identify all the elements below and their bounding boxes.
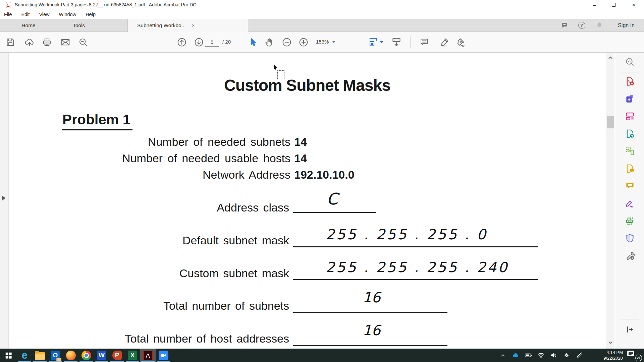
tray-onedrive[interactable] xyxy=(509,349,522,362)
page-up-icon xyxy=(176,37,187,48)
taskbar-word[interactable]: W xyxy=(94,349,109,362)
menu-help[interactable]: Help xyxy=(86,12,96,17)
given-label: Network Address xyxy=(203,168,290,181)
pdf-file-icon xyxy=(6,2,11,8)
menu-window[interactable]: Window xyxy=(59,12,76,17)
answer-label: Total number of subnets xyxy=(163,299,289,312)
page-fit-button[interactable] xyxy=(366,35,385,49)
print-production-icon xyxy=(625,216,635,226)
upload-cloud-button[interactable] xyxy=(22,35,37,49)
expand-left-panel-icon[interactable] xyxy=(2,196,5,200)
minimize-icon: – xyxy=(593,2,596,8)
taskbar-acrobat-active[interactable] xyxy=(140,349,156,362)
edge-icon: e xyxy=(21,351,27,360)
tab-home[interactable]: Home xyxy=(3,19,54,32)
review-tool[interactable] xyxy=(625,163,635,174)
zoom-in-button[interactable] xyxy=(297,35,311,49)
panel-divider xyxy=(621,319,639,319)
menu-file[interactable]: File xyxy=(4,12,12,17)
zoom-in-icon xyxy=(298,37,309,48)
handwritten-answer: C xyxy=(327,189,338,208)
taskbar-clock[interactable]: 4:14 PM 9/22/2020 xyxy=(591,350,623,361)
close-button[interactable]: × xyxy=(625,0,642,10)
taskbar-powerpoint[interactable]: P xyxy=(109,349,125,362)
taskbar-outlook[interactable]: O xyxy=(48,349,63,362)
comment-tool-button[interactable] xyxy=(417,35,431,49)
tray-overflow-button[interactable] xyxy=(496,349,509,362)
panel-divider xyxy=(621,72,639,72)
hand-tool-button[interactable] xyxy=(262,35,276,49)
maximize-button[interactable] xyxy=(605,0,622,10)
page-total-label: / 20 xyxy=(222,39,231,45)
scroll-up-button[interactable] xyxy=(606,53,615,62)
fill-sign-button[interactable] xyxy=(453,35,467,49)
handwritten-answer: 255 . 255 . 255 . 240 xyxy=(326,259,509,276)
highlighter-icon xyxy=(439,37,450,48)
sign-in-button[interactable]: Sign In xyxy=(618,22,635,28)
zoom-out-button[interactable] xyxy=(280,35,294,49)
taskbar-edge[interactable]: e xyxy=(17,349,32,362)
feedback-button[interactable] xyxy=(557,21,573,29)
action-center-button[interactable]: 21 xyxy=(627,350,642,361)
export-pdf-tool[interactable] xyxy=(625,94,635,104)
email-button[interactable] xyxy=(58,35,72,49)
comment-tool[interactable] xyxy=(625,181,635,191)
search-zoom-tool[interactable] xyxy=(625,57,635,67)
search-button[interactable] xyxy=(76,35,90,49)
organize-pages-tool[interactable] xyxy=(625,111,635,122)
protect-tool[interactable] xyxy=(625,233,635,244)
highlight-tool-button[interactable] xyxy=(437,35,451,49)
firefox-icon xyxy=(66,351,76,360)
scrollbar-thumb[interactable] xyxy=(607,116,614,128)
more-tools[interactable] xyxy=(625,250,635,261)
help-button[interactable]: ? xyxy=(573,22,590,29)
select-arrow-icon xyxy=(249,38,258,47)
close-icon: × xyxy=(632,1,635,9)
menu-edit[interactable]: Edit xyxy=(21,12,30,17)
print-button[interactable] xyxy=(40,35,54,49)
search-icon xyxy=(78,37,88,47)
expand-panel-icon xyxy=(626,325,634,334)
print-production-tool[interactable] xyxy=(625,216,635,226)
acrobat-icon xyxy=(143,351,153,360)
notifications-button[interactable] xyxy=(590,21,608,29)
create-pdf-icon xyxy=(625,76,635,86)
page-number-input[interactable] xyxy=(205,38,219,47)
speaker-icon xyxy=(550,351,558,359)
taskbar-zoom[interactable] xyxy=(156,349,171,362)
taskbar-firefox[interactable] xyxy=(63,349,78,362)
fill-sign-tool[interactable] xyxy=(625,198,635,209)
crop-pages-icon xyxy=(625,146,635,156)
tab-tools[interactable]: Tools xyxy=(57,19,101,32)
page-display-button[interactable] xyxy=(389,35,404,49)
tray-windows-ink[interactable] xyxy=(573,349,586,362)
previous-page-button[interactable] xyxy=(175,35,189,49)
minimize-button[interactable]: – xyxy=(586,0,603,10)
tray-dropbox[interactable]: ❖ xyxy=(560,349,573,362)
expand-tools-panel-button[interactable] xyxy=(625,324,635,335)
send-pdf-tool[interactable] xyxy=(625,128,635,139)
taskbar-file-explorer[interactable] xyxy=(32,349,48,362)
tab-close-icon[interactable]: × xyxy=(192,22,195,28)
save-button[interactable] xyxy=(3,35,17,49)
tray-wifi[interactable] xyxy=(535,349,547,362)
menu-view[interactable]: View xyxy=(39,12,49,17)
next-page-button[interactable] xyxy=(192,35,206,49)
tab-document[interactable]: Subnetting Workbo... × xyxy=(127,19,248,32)
start-button[interactable] xyxy=(1,349,16,362)
video-camera-icon xyxy=(160,352,167,359)
given-value: 14 xyxy=(294,152,307,165)
taskbar-chrome[interactable] xyxy=(78,349,94,362)
tray-battery[interactable] xyxy=(522,349,535,362)
scroll-down-button[interactable] xyxy=(606,338,615,347)
vertical-scrollbar[interactable] xyxy=(606,53,614,349)
create-pdf-tool[interactable] xyxy=(625,76,635,87)
tray-volume[interactable] xyxy=(547,349,560,362)
zoom-level-dropdown[interactable]: 153% xyxy=(315,37,338,47)
select-tool-button[interactable] xyxy=(246,35,260,49)
continuous-scroll-icon xyxy=(391,37,402,48)
maximize-icon xyxy=(612,3,615,7)
chevron-up-icon xyxy=(608,56,613,59)
taskbar-excel[interactable]: X xyxy=(125,349,140,362)
crop-pages-tool[interactable] xyxy=(625,146,635,157)
